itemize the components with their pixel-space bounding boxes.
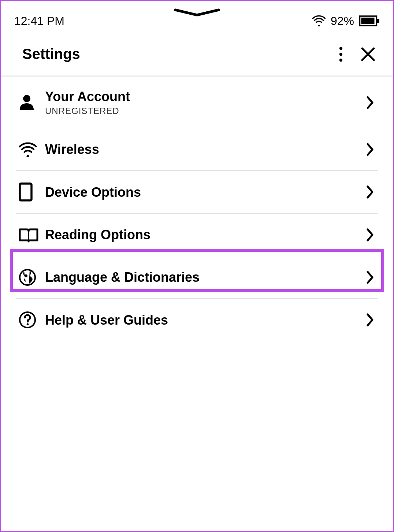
item-title: Your Account [45,89,367,104]
svg-rect-7 [20,184,31,200]
svg-rect-2 [377,19,379,23]
svg-point-6 [23,95,30,102]
settings-item-help[interactable]: Help & User Guides [16,299,378,341]
settings-item-your-account[interactable]: Your Account UNREGISTERED [16,77,378,128]
battery-icon [359,15,380,26]
page-title: Settings [22,46,80,62]
settings-list: Your Account UNREGISTERED Wireless [1,77,393,341]
settings-item-wireless[interactable]: Wireless [16,128,378,171]
tablet-icon [19,182,33,202]
settings-item-reading-options[interactable]: Reading Options [16,214,378,256]
chevron-right-icon [367,143,374,156]
globe-icon [19,269,36,286]
item-title: Help & User Guides [45,312,367,328]
close-button[interactable] [361,47,375,62]
item-title: Device Options [45,184,367,200]
item-subtitle: UNREGISTERED [45,106,367,116]
more-options-button[interactable] [339,46,343,62]
book-icon [19,227,38,243]
person-icon [19,94,35,111]
svg-point-4 [339,52,342,55]
svg-point-3 [339,47,342,49]
settings-item-language-dictionaries[interactable]: Language & Dictionaries [16,256,378,299]
item-title: Wireless [45,141,367,157]
svg-rect-1 [361,18,375,24]
status-right: 92% [312,14,380,28]
item-title: Reading Options [45,227,367,243]
svg-point-5 [339,58,342,61]
item-title: Language & Dictionaries [45,269,367,285]
settings-item-device-options[interactable]: Device Options [16,171,378,214]
svg-point-9 [20,270,35,285]
chevron-right-icon [367,185,374,199]
wifi-icon [19,142,37,157]
status-time: 12:41 PM [14,14,64,28]
chevron-right-icon [367,228,374,241]
svg-point-11 [29,278,31,281]
svg-point-10 [25,274,27,277]
battery-percent: 92% [331,14,354,28]
svg-point-13 [27,323,29,325]
wifi-icon [312,15,326,26]
chevron-right-icon [367,96,374,109]
help-icon [19,311,36,329]
status-bar: 12:41 PM 92% [1,1,393,35]
chevron-right-icon [367,313,374,326]
chevron-right-icon [367,271,374,284]
settings-header: Settings [1,35,393,77]
pull-down-handle[interactable] [173,8,221,17]
